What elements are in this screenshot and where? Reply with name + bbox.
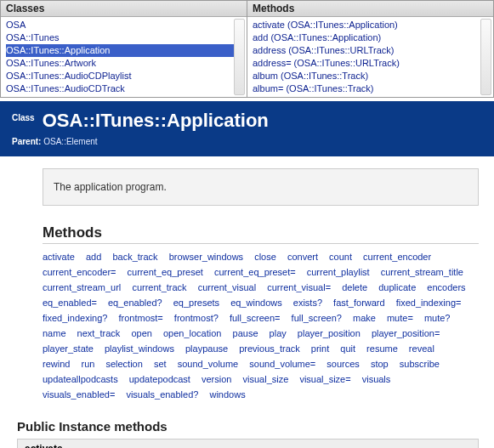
methods-section-heading: Methods: [43, 224, 479, 244]
method-link[interactable]: visual_size: [243, 371, 289, 387]
method-link[interactable]: updateallpodcasts: [43, 371, 118, 387]
method-link[interactable]: version: [202, 371, 231, 387]
class-label: Class: [12, 113, 35, 122]
method-item[interactable]: address (OSA::ITunes::URLTrack): [253, 44, 488, 57]
method-link[interactable]: current_visual=: [267, 280, 331, 295]
parent-line: Parent: OSA::Element: [12, 137, 482, 146]
method-link[interactable]: pause: [233, 326, 258, 341]
method-link[interactable]: reveal: [409, 341, 434, 356]
method-item[interactable]: add (OSA::ITunes::Application): [253, 31, 488, 44]
content-area: The application program. Methods activat…: [0, 168, 494, 448]
method-link[interactable]: mute?: [424, 310, 451, 326]
method-link[interactable]: visuals_enabled?: [126, 387, 198, 402]
method-link[interactable]: playpause: [185, 341, 228, 356]
method-link[interactable]: open: [131, 326, 151, 341]
method-link[interactable]: player_position=: [372, 326, 440, 341]
method-link[interactable]: selection: [105, 356, 142, 371]
method-link[interactable]: sound_volume: [178, 356, 239, 371]
method-item[interactable]: album= (OSA::ITunes::Track): [253, 82, 488, 95]
class-item[interactable]: OSA: [6, 19, 241, 31]
method-link[interactable]: visuals_enabled=: [43, 387, 115, 402]
method-link[interactable]: duplicate: [378, 280, 416, 295]
method-link[interactable]: fixed_indexing=: [396, 295, 462, 310]
methods-header: Methods: [247, 1, 493, 17]
classes-panel: Classes OSAOSA::ITunesOSA::ITunes::Appli…: [1, 1, 247, 97]
parent-label: Parent:: [12, 137, 41, 146]
method-link[interactable]: playlist_windows: [105, 341, 174, 356]
method-link[interactable]: eq_presets: [173, 295, 219, 310]
method-link[interactable]: rewind: [43, 356, 70, 371]
method-item[interactable]: address= (OSA::ITunes::URLTrack): [253, 57, 488, 70]
method-link[interactable]: updatepodcast: [129, 371, 190, 387]
method-link[interactable]: full_screen=: [230, 310, 281, 326]
method-link[interactable]: windows: [209, 387, 245, 402]
class-name: OSA::ITunes::Application: [43, 110, 269, 132]
class-item[interactable]: OSA::ITunes::Application: [6, 44, 241, 57]
method-link[interactable]: close: [254, 249, 276, 264]
method-link[interactable]: current_encoder=: [43, 264, 116, 280]
method-link[interactable]: player_position: [298, 326, 361, 341]
method-link[interactable]: frontmost=: [119, 310, 163, 326]
classes-header: Classes: [1, 1, 247, 17]
method-link[interactable]: current_encoder: [363, 249, 431, 264]
method-link[interactable]: subscribe: [400, 356, 440, 371]
method-link[interactable]: previous_track: [239, 341, 300, 356]
class-description: The application program.: [43, 168, 479, 206]
parent-value[interactable]: OSA::Element: [43, 137, 97, 146]
method-link[interactable]: frontmost?: [174, 310, 219, 326]
class-item[interactable]: OSA::ITunes: [6, 31, 241, 44]
method-link[interactable]: visuals: [362, 371, 391, 387]
method-link[interactable]: next_track: [77, 326, 121, 341]
method-block: activate Activate the application.: [17, 439, 479, 448]
method-link[interactable]: full_screen?: [292, 310, 342, 326]
method-link[interactable]: make: [353, 310, 376, 326]
method-link[interactable]: encoders: [427, 280, 465, 295]
method-link[interactable]: current_visual: [198, 280, 256, 295]
method-link[interactable]: back_track: [112, 249, 157, 264]
method-link[interactable]: exists?: [293, 295, 322, 310]
method-link[interactable]: quit: [340, 341, 355, 356]
method-link[interactable]: current_stream_url: [43, 280, 121, 295]
method-link[interactable]: resume: [366, 341, 398, 356]
method-item[interactable]: activate (OSA::ITunes::Application): [253, 19, 488, 31]
class-item[interactable]: OSA::ITunes::Artwork: [6, 57, 241, 70]
class-item[interactable]: OSA::ITunes::AudioCDTrack: [6, 82, 241, 95]
method-link[interactable]: current_eq_preset=: [214, 264, 296, 280]
method-link[interactable]: run: [81, 356, 94, 371]
method-link[interactable]: eq_windows: [230, 295, 282, 310]
method-link[interactable]: name: [43, 326, 66, 341]
method-item[interactable]: album_artist (OSA::ITunes::Track): [253, 95, 488, 97]
method-link[interactable]: browser_windows: [169, 249, 243, 264]
method-link[interactable]: stop: [371, 356, 389, 371]
method-link[interactable]: player_state: [43, 341, 94, 356]
method-link[interactable]: delete: [342, 280, 367, 295]
method-link[interactable]: fixed_indexing?: [43, 310, 107, 326]
methods-panel: Methods activate (OSA::ITunes::Applicati…: [247, 1, 493, 97]
method-link[interactable]: current_playlist: [307, 264, 370, 280]
method-link[interactable]: open_location: [163, 326, 222, 341]
method-link[interactable]: eq_enabled?: [108, 295, 162, 310]
methods-list[interactable]: activate (OSA::ITunes::Application)add (…: [247, 17, 493, 97]
method-link[interactable]: eq_enabled=: [43, 295, 97, 310]
method-link[interactable]: mute=: [387, 310, 413, 326]
method-link[interactable]: sound_volume=: [249, 356, 315, 371]
method-link[interactable]: current_track: [132, 280, 186, 295]
method-link[interactable]: convert: [287, 249, 318, 264]
class-item[interactable]: OSA::ITunes::BrowserWindow: [6, 95, 241, 97]
method-link[interactable]: set: [154, 356, 167, 371]
method-link[interactable]: count: [329, 249, 352, 264]
class-banner: Class OSA::ITunes::Application Parent: O…: [0, 101, 494, 156]
method-link[interactable]: add: [86, 249, 101, 264]
method-link[interactable]: sources: [326, 356, 360, 371]
classes-list[interactable]: OSAOSA::ITunesOSA::ITunes::ApplicationOS…: [1, 17, 247, 97]
method-item[interactable]: album (OSA::ITunes::Track): [253, 70, 488, 82]
method-link[interactable]: current_eq_preset: [128, 264, 203, 280]
method-link[interactable]: fast_forward: [333, 295, 385, 310]
method-link[interactable]: visual_size=: [299, 371, 350, 387]
method-link[interactable]: activate: [43, 249, 75, 264]
method-link[interactable]: current_stream_title: [381, 264, 463, 280]
method-link[interactable]: play: [270, 326, 287, 341]
method-link[interactable]: print: [311, 341, 329, 356]
class-item[interactable]: OSA::ITunes::AudioCDPlaylist: [6, 70, 241, 82]
method-title: activate: [17, 439, 479, 448]
